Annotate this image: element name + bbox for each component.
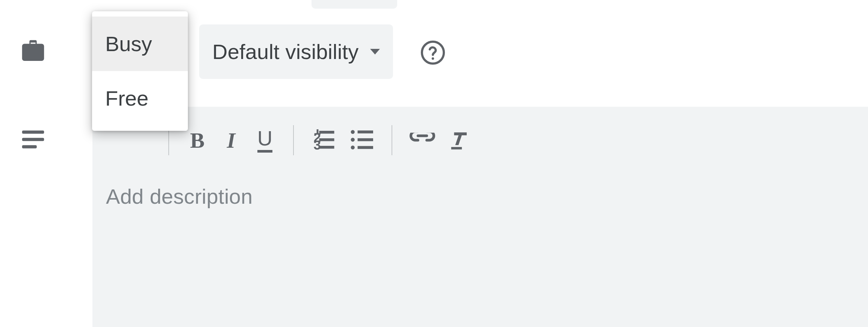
link-icon: [409, 133, 436, 148]
italic-icon: I: [227, 128, 236, 153]
svg-rect-9: [319, 138, 334, 141]
menu-item-label: Free: [105, 86, 148, 111]
italic-button[interactable]: I: [214, 123, 248, 157]
format-toolbar: B I U 1 2 3: [92, 123, 868, 157]
briefcase-icon: [18, 36, 48, 66]
toolbar-separator: [293, 125, 294, 155]
bulleted-list-icon: [350, 129, 373, 151]
description-editor: B I U 1 2 3: [92, 107, 868, 327]
bold-icon: B: [190, 128, 205, 153]
underline-icon: U: [257, 128, 272, 153]
insert-link-button[interactable]: [404, 123, 441, 157]
numbered-list-button[interactable]: 1 2 3: [305, 123, 343, 157]
bulleted-list-button[interactable]: [343, 123, 380, 157]
svg-point-11: [351, 130, 355, 134]
svg-rect-1: [22, 138, 44, 141]
svg-rect-16: [358, 146, 373, 149]
availability-dropdown-menu[interactable]: Busy Free: [92, 11, 188, 131]
svg-point-4: [432, 58, 434, 60]
svg-point-13: [351, 145, 355, 149]
help-icon[interactable]: [420, 39, 446, 66]
svg-rect-14: [358, 130, 373, 133]
svg-rect-15: [358, 138, 373, 141]
notes-icon: [18, 124, 48, 154]
availability-option-free[interactable]: Free: [92, 71, 188, 126]
clear-formatting-button[interactable]: [441, 123, 479, 157]
underline-button[interactable]: U: [248, 123, 282, 157]
availability-option-busy[interactable]: Busy: [92, 17, 188, 71]
svg-rect-10: [319, 146, 334, 149]
partial-chip-above: [312, 0, 397, 9]
menu-item-label: Busy: [105, 32, 152, 56]
svg-point-12: [351, 138, 355, 142]
clear-formatting-icon: [448, 129, 472, 152]
visibility-dropdown[interactable]: Default visibility: [199, 24, 393, 79]
svg-rect-2: [22, 145, 37, 148]
svg-rect-0: [22, 130, 44, 133]
visibility-label: Default visibility: [212, 39, 359, 64]
description-placeholder[interactable]: Add description: [106, 184, 253, 209]
toolbar-separator: [392, 125, 392, 155]
chevron-down-icon: [370, 49, 380, 54]
svg-rect-8: [319, 131, 334, 134]
numbered-list-icon: 1 2 3: [313, 129, 335, 151]
svg-rect-18: [451, 147, 462, 149]
